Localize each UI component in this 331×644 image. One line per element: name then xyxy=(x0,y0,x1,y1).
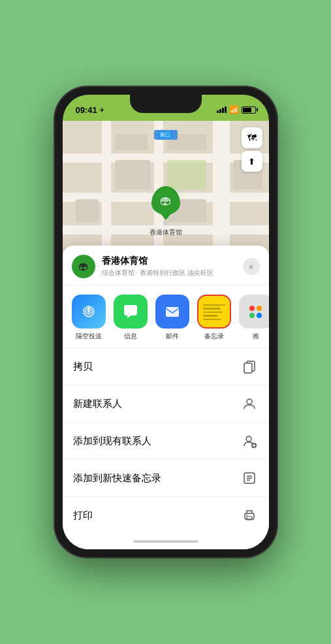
stadium-icon: 🏟 xyxy=(160,194,172,208)
location-arrow-icon: ✈ xyxy=(99,106,104,114)
action-item-print[interactable]: 打印 xyxy=(63,497,269,534)
marker-dot xyxy=(164,221,168,225)
copy-label: 拷贝 xyxy=(73,361,93,373)
signal-bars-icon xyxy=(217,106,227,113)
action-item-new-contact[interactable]: 新建联系人 xyxy=(63,385,269,423)
wifi-icon: 📶 xyxy=(229,105,239,114)
more-label: 推 xyxy=(253,332,259,341)
location-name: 香港体育馆 xyxy=(102,255,236,267)
map-south-gate-label: 南口 xyxy=(154,130,178,140)
map-location-icon: ⬆ xyxy=(248,157,255,167)
svg-point-5 xyxy=(247,399,252,404)
status-icons: 📶 xyxy=(217,105,256,114)
map-layers-icon: 🗺 xyxy=(247,133,257,143)
phone-screen: 09:41 ✈ 📶 xyxy=(63,95,269,549)
more-icon xyxy=(239,295,269,329)
map-location-button[interactable]: ⬆ xyxy=(242,151,262,172)
map-label-box: 南口 xyxy=(158,131,172,138)
location-description: 综合体育馆 · 香港特别行政区 油尖旺区 xyxy=(102,268,236,278)
add-existing-icon xyxy=(240,432,259,450)
mail-icon xyxy=(155,295,189,329)
messages-icon xyxy=(114,295,148,329)
map-controls: 🗺 ⬆ xyxy=(242,127,262,172)
print-icon xyxy=(240,506,259,524)
new-contact-label: 新建联系人 xyxy=(73,398,122,410)
notes-label: 备忘录 xyxy=(204,332,224,341)
status-time: 09:41 xyxy=(76,105,97,115)
new-contact-icon xyxy=(240,394,259,413)
airdrop-label: 隔空投送 xyxy=(76,332,102,341)
close-icon: × xyxy=(249,262,254,272)
action-list: 拷贝 新建联系人 xyxy=(63,348,269,534)
location-info: 香港体育馆 综合体育馆 · 香港特别行政区 油尖旺区 xyxy=(102,255,236,278)
action-item-add-note[interactable]: 添加到新快速备忘录 xyxy=(63,460,269,497)
add-note-label: 添加到新快速备忘录 xyxy=(73,472,161,485)
share-row: 隔空投送 信息 xyxy=(63,285,269,348)
map-layers-button[interactable]: 🗺 xyxy=(242,127,262,148)
location-icon: 🏟 xyxy=(72,255,95,278)
notch xyxy=(130,95,202,113)
airdrop-icon xyxy=(72,295,106,329)
add-note-icon xyxy=(240,469,259,487)
svg-rect-4 xyxy=(244,363,252,373)
notes-icon xyxy=(197,295,231,329)
battery-icon xyxy=(242,106,256,114)
close-button[interactable]: × xyxy=(243,258,260,275)
svg-point-16 xyxy=(246,515,247,516)
share-item-mail[interactable]: 邮件 xyxy=(155,295,189,341)
marker-circle: 🏟 xyxy=(151,186,180,215)
svg-rect-2 xyxy=(166,307,179,317)
stadium-marker: 🏟 香港体育馆 xyxy=(150,186,182,237)
share-item-more[interactable]: 推 xyxy=(239,295,269,341)
marker-label: 香港体育馆 xyxy=(150,228,182,237)
svg-point-6 xyxy=(246,436,251,442)
share-item-messages[interactable]: 信息 xyxy=(114,295,148,341)
add-existing-label: 添加到现有联系人 xyxy=(73,435,151,447)
bottom-sheet: 🏟 香港体育馆 综合体育馆 · 香港特别行政区 油尖旺区 × xyxy=(63,246,269,549)
print-label: 打印 xyxy=(73,509,93,522)
home-indicator xyxy=(63,534,269,549)
copy-icon xyxy=(240,357,259,376)
share-item-airdrop[interactable]: 隔空投送 xyxy=(72,295,106,341)
home-bar xyxy=(133,540,198,543)
action-item-add-existing[interactable]: 添加到现有联系人 xyxy=(63,423,269,460)
messages-label: 信息 xyxy=(124,332,137,341)
share-item-notes[interactable]: 备忘录 xyxy=(197,295,231,341)
action-item-copy[interactable]: 拷贝 xyxy=(63,348,269,385)
mail-label: 邮件 xyxy=(166,332,179,341)
location-header: 🏟 香港体育馆 综合体育馆 · 香港特别行政区 油尖旺区 × xyxy=(63,246,269,285)
stadium-small-icon: 🏟 xyxy=(78,261,89,272)
phone-frame: 09:41 ✈ 📶 xyxy=(55,87,277,557)
